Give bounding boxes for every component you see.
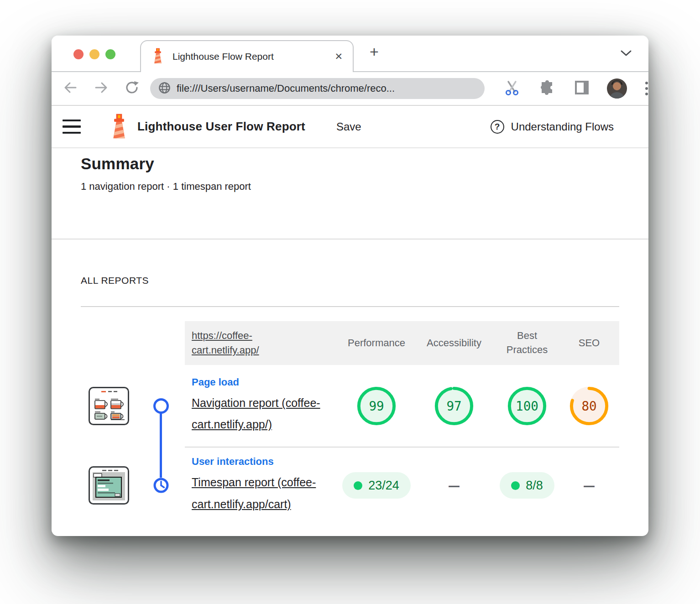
scissors-icon[interactable] [504, 79, 520, 98]
all-reports-section: ALL REPORTS https://coffee-cart.netlify.… [52, 275, 648, 524]
pass-dot-icon [511, 481, 520, 490]
globe-icon [158, 82, 171, 96]
minimize-window-button[interactable] [89, 49, 99, 59]
accessibility-score-gauge[interactable]: 97 [433, 385, 475, 427]
reports-table: https://coffee-cart.netlify.app/ Perform… [81, 321, 619, 524]
reload-icon[interactable] [125, 80, 139, 97]
svg-text:97: 97 [446, 399, 461, 414]
help-icon: ? [491, 120, 504, 134]
flow-connector-line [160, 406, 162, 488]
column-header-accessibility: Accessibility [427, 336, 481, 350]
svg-text:99: 99 [369, 399, 384, 414]
best-practices-audit-badge[interactable]: 8/8 [500, 472, 554, 499]
seo-score-gauge[interactable]: 80 [568, 385, 610, 427]
summary-subtitle: 1 navigation report · 1 timespan report [81, 181, 648, 193]
timespan-thumbnail [81, 466, 137, 505]
navigation-thumbnail [81, 387, 137, 425]
maximize-window-button[interactable] [105, 49, 115, 59]
column-header-performance: Performance [348, 336, 405, 350]
browser-window: Lighthouse Flow Report ✕ + [52, 36, 648, 536]
summary-title: Summary [81, 155, 648, 173]
forward-icon[interactable] [94, 82, 108, 95]
app-header: Lighthouse User Flow Report Save ? Under… [52, 106, 648, 148]
pass-dot-icon [354, 481, 362, 490]
lighthouse-favicon-icon [151, 47, 165, 66]
summary-section: Summary 1 navigation report · 1 timespan… [52, 148, 648, 240]
report-type-label: Page load [192, 376, 337, 388]
navigation-report-link[interactable]: Navigation report (coffee-cart.netlify.a… [192, 396, 320, 431]
best-practices-score-gauge[interactable]: 100 [506, 385, 548, 427]
window-controls[interactable] [73, 49, 115, 59]
report-type-label: User interactions [192, 456, 337, 468]
tab-close-icon[interactable]: ✕ [334, 51, 343, 62]
side-panel-icon[interactable] [574, 80, 590, 97]
column-header-best-practices: Best Practices [502, 329, 552, 357]
performance-score-gauge[interactable]: 99 [355, 385, 397, 427]
site-url-link[interactable]: https://coffee-cart.netlify.app/ [192, 328, 276, 358]
tab-strip: Lighthouse Flow Report ✕ + [52, 36, 648, 72]
new-tab-button[interactable]: + [370, 43, 379, 61]
row-divider [185, 447, 619, 448]
save-button[interactable]: Save [336, 120, 361, 133]
section-divider [81, 306, 619, 307]
browser-menu-icon[interactable] [645, 82, 648, 95]
svg-text:100: 100 [516, 399, 538, 414]
url-bar[interactable]: file:///Users/username/Documents/chrome/… [150, 78, 485, 99]
page-title: Lighthouse User Flow Report [137, 120, 305, 134]
profile-avatar[interactable] [607, 78, 627, 99]
seo-no-score-dash: — [584, 478, 595, 493]
browser-toolbar: file:///Users/username/Documents/chrome/… [52, 72, 648, 106]
back-icon[interactable] [63, 82, 77, 95]
all-reports-label: ALL REPORTS [81, 275, 648, 286]
tab-title: Lighthouse Flow Report [172, 51, 334, 62]
flow-step-circle [153, 398, 169, 414]
tab-search-chevron-icon[interactable] [620, 49, 632, 58]
close-window-button[interactable] [73, 49, 84, 59]
accessibility-no-score-dash: — [449, 478, 460, 493]
understanding-flows-link[interactable]: ? Understanding Flows [491, 120, 614, 134]
hamburger-menu-icon[interactable] [63, 120, 81, 134]
help-label: Understanding Flows [511, 120, 614, 133]
performance-audit-badge[interactable]: 23/24 [342, 472, 411, 499]
timespan-report-link[interactable]: Timespan report (coffee-cart.netlify.app… [192, 476, 316, 510]
table-header-row: https://coffee-cart.netlify.app/ Perform… [81, 321, 619, 365]
url-text[interactable]: file:///Users/username/Documents/chrome/… [177, 83, 395, 94]
svg-text:80: 80 [581, 399, 596, 414]
browser-tab[interactable]: Lighthouse Flow Report ✕ [140, 40, 354, 72]
lighthouse-logo-icon [109, 113, 129, 141]
extensions-puzzle-icon[interactable] [539, 80, 555, 97]
flow-step-clock-icon [153, 478, 169, 493]
column-header-seo: SEO [579, 336, 600, 350]
